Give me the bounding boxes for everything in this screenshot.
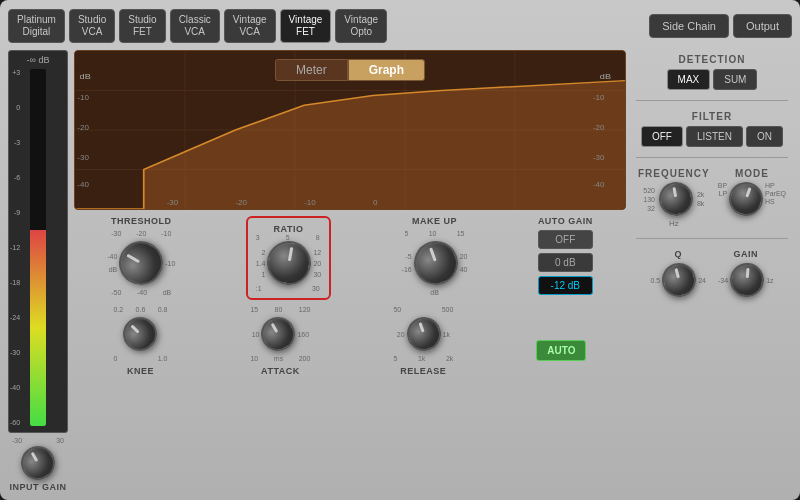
svg-text:0: 0: [373, 199, 377, 207]
filter-off-btn[interactable]: OFF: [641, 126, 683, 147]
upper-controls-row: THRESHOLD -30 -20 -10 -40 dB -10: [74, 216, 626, 300]
center-panel: Meter Graph: [74, 50, 626, 492]
preset-buttons: PlatinumDigital StudioVCA StudioFET Clas…: [8, 9, 387, 43]
detection-title: DETECTION: [679, 54, 746, 65]
mode-knob[interactable]: [724, 177, 768, 221]
gain-knob[interactable]: [729, 262, 766, 299]
top-right-buttons: Side Chain Output: [649, 14, 792, 38]
knee-group: 0.2 0.6 0.8 0 1.0 KNEE: [113, 306, 167, 376]
makeup-knob[interactable]: [407, 235, 463, 291]
svg-text:-30: -30: [593, 153, 605, 161]
ratio-group: RATIO 3 5 8 2 1.4 1 12: [246, 216, 332, 300]
makeup-label: MAKE UP: [412, 216, 457, 226]
q-gain-row: Q 0.5 24 GAIN -34 1z: [636, 249, 788, 297]
svg-text:-40: -40: [593, 181, 605, 189]
svg-text:-40: -40: [77, 181, 89, 189]
input-gain-knob[interactable]: [15, 440, 61, 486]
frequency-title: FREQUENCY: [638, 168, 710, 179]
knee-knob[interactable]: [116, 310, 164, 358]
display-tabs: Meter Graph: [275, 59, 425, 81]
side-chain-button[interactable]: Side Chain: [649, 14, 729, 38]
filter-section: FILTER OFF LISTEN ON: [636, 111, 788, 147]
threshold-knob[interactable]: [111, 233, 171, 293]
preset-vintage-fet[interactable]: VintageFET: [280, 9, 332, 43]
frequency-mode-row: FREQUENCY 520 130 32 2k 8k: [638, 168, 786, 228]
detection-section: DETECTION MAX SUM: [636, 54, 788, 90]
auto-gain-0db-btn[interactable]: 0 dB: [538, 253, 593, 272]
right-panel: DETECTION MAX SUM FILTER OFF LISTEN ON: [632, 50, 792, 492]
input-gain-knob-area: -30 30 INPUT GAIN: [8, 437, 68, 492]
preset-studio-fet[interactable]: StudioFET: [119, 9, 165, 43]
input-gain-meter: -∞ dB +3 0 -3 -6 -9 -12 -18 -24 -30 -40 …: [8, 50, 68, 433]
divider-2: [636, 157, 788, 158]
detection-buttons: MAX SUM: [667, 69, 758, 90]
preset-platinum-digital[interactable]: PlatinumDigital: [8, 9, 65, 43]
attack-group: 15 80 120 10 160 10 ms 200 ATTACK: [250, 306, 310, 376]
divider-1: [636, 100, 788, 101]
gain-group: GAIN -34 1z: [718, 249, 774, 297]
auto-gain-off-btn[interactable]: OFF: [538, 230, 593, 249]
release-knob[interactable]: [402, 312, 446, 356]
attack-knob[interactable]: [255, 311, 301, 357]
svg-text:dB: dB: [80, 71, 92, 80]
q-group: Q 0.5 24: [650, 249, 706, 297]
filter-title: FILTER: [692, 111, 732, 122]
plugin-container: PlatinumDigital StudioVCA StudioFET Clas…: [0, 0, 800, 500]
q-knob[interactable]: [658, 259, 700, 301]
frequency-knob[interactable]: [656, 179, 695, 218]
svg-text:-20: -20: [77, 124, 89, 132]
attack-label: ATTACK: [261, 366, 300, 376]
meter-tab[interactable]: Meter: [275, 59, 348, 81]
divider-3: [636, 238, 788, 239]
mode-group: MODE BP LP HP ParEQ HS: [718, 168, 786, 216]
svg-text:-30: -30: [77, 153, 89, 161]
auto-gain-label: AUTO GAIN: [538, 216, 593, 226]
auto-button-group: AUTO: [536, 306, 586, 361]
filter-buttons: OFF LISTEN ON: [641, 126, 783, 147]
svg-text:-20: -20: [593, 124, 605, 132]
meter-top-label: -∞ dB: [27, 55, 50, 65]
input-gain-label: INPUT GAIN: [9, 482, 66, 492]
filter-on-btn[interactable]: ON: [746, 126, 783, 147]
bottom-controls: 0.2 0.6 0.8 0 1.0 KNEE 15 80: [74, 306, 626, 376]
graph-tab[interactable]: Graph: [348, 59, 425, 81]
svg-text:-10: -10: [304, 199, 316, 207]
threshold-label: THRESHOLD: [111, 216, 172, 226]
freq-mode-section: FREQUENCY 520 130 32 2k 8k: [636, 168, 788, 228]
detection-sum-btn[interactable]: SUM: [713, 69, 757, 90]
left-panel: -∞ dB +3 0 -3 -6 -9 -12 -18 -24 -30 -40 …: [8, 50, 68, 492]
main-content: -∞ dB +3 0 -3 -6 -9 -12 -18 -24 -30 -40 …: [8, 50, 792, 492]
mode-title: MODE: [735, 168, 769, 179]
detection-max-btn[interactable]: MAX: [667, 69, 711, 90]
preset-vintage-opto[interactable]: VintageOpto: [335, 9, 387, 43]
svg-text:-20: -20: [235, 199, 247, 207]
release-group: 50 500 20 1k 5 1k 2k RELEASE: [393, 306, 453, 376]
svg-text:-10: -10: [77, 94, 89, 102]
makeup-group: MAKE UP 5 10 15 -5 -16 20: [402, 216, 468, 296]
svg-text:-10: -10: [593, 94, 605, 102]
frequency-group: FREQUENCY 520 130 32 2k 8k: [638, 168, 710, 228]
preset-classic-vca[interactable]: ClassicVCA: [170, 9, 220, 43]
release-label: RELEASE: [400, 366, 446, 376]
knee-label: KNEE: [127, 366, 154, 376]
ratio-knob[interactable]: [264, 238, 315, 289]
preset-studio-vca[interactable]: StudioVCA: [69, 9, 115, 43]
svg-text:dB: dB: [600, 71, 612, 80]
auto-release-btn[interactable]: AUTO: [536, 340, 586, 361]
filter-listen-btn[interactable]: LISTEN: [686, 126, 743, 147]
frequency-unit: Hz: [669, 219, 679, 228]
auto-gain-group: AUTO GAIN OFF 0 dB -12 dB: [538, 216, 593, 295]
gain-label: GAIN: [734, 249, 759, 259]
q-label: Q: [674, 249, 682, 259]
svg-text:-30: -30: [167, 199, 179, 207]
output-button[interactable]: Output: [733, 14, 792, 38]
top-bar: PlatinumDigital StudioVCA StudioFET Clas…: [8, 8, 792, 44]
preset-vintage-vca[interactable]: VintageVCA: [224, 9, 276, 43]
threshold-group: THRESHOLD -30 -20 -10 -40 dB -10: [107, 216, 175, 296]
ratio-label: RATIO: [256, 224, 322, 234]
auto-gain-12db-btn[interactable]: -12 dB: [538, 276, 593, 295]
display-area: Meter Graph: [74, 50, 626, 210]
